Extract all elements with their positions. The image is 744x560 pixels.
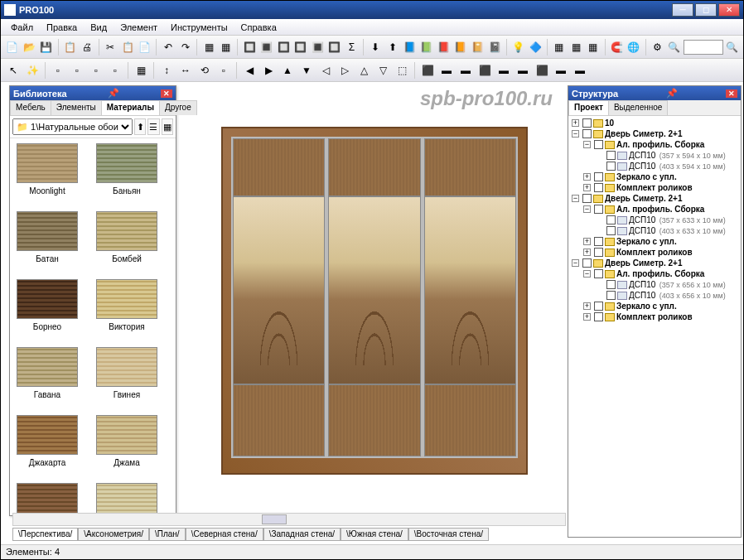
viewtab-План[interactable]: \План/ [149, 528, 186, 541]
toolbar-button[interactable]: 📘 [401, 38, 418, 56]
toolbar-button[interactable]: ↕ [157, 61, 176, 80]
checkbox[interactable] [582, 194, 592, 203]
close-panel-button[interactable]: ✕ [726, 89, 737, 98]
toolbar-button[interactable]: ⬛ [476, 61, 494, 80]
expand-icon[interactable]: − [572, 195, 579, 202]
view-list-button[interactable]: ☰ [147, 118, 159, 135]
material-item[interactable]: Борнео [13, 278, 81, 342]
toolbar-button[interactable]: ▫ [49, 61, 67, 80]
tree-node[interactable]: −Дверь Симетр. 2+1 [570, 128, 739, 139]
expand-icon[interactable]: + [583, 184, 591, 191]
pin-icon[interactable]: 📌 [108, 88, 119, 99]
toolbar-input[interactable] [684, 40, 723, 55]
close-panel-button[interactable]: ✕ [161, 89, 172, 98]
toolbar-button[interactable]: ▫ [215, 61, 233, 80]
checkbox[interactable] [594, 140, 603, 149]
horizontal-scrollbar[interactable] [12, 513, 566, 526]
up-folder-button[interactable]: ⬆ [134, 118, 146, 135]
expand-icon[interactable]: + [583, 173, 591, 181]
toolbar-button[interactable]: ↔ [176, 61, 195, 80]
toolbar-button[interactable]: 🔲 [326, 38, 343, 56]
toolbar-button[interactable]: 📔 [470, 38, 486, 56]
tab-Мебель[interactable]: Мебель [10, 100, 51, 115]
toolbar-button[interactable]: ▶ [259, 61, 278, 80]
menu-Справка[interactable]: Справка [234, 21, 283, 34]
toolbar-button[interactable]: ✂ [103, 38, 119, 56]
checkbox[interactable] [606, 162, 616, 171]
toolbar-button[interactable]: ↶ [160, 38, 176, 56]
toolbar-button[interactable]: 📋 [62, 38, 79, 56]
expand-icon[interactable]: − [572, 130, 579, 138]
tree-node[interactable]: −Дверь Симетр. 2+1 [570, 193, 739, 204]
toolbar-button[interactable]: ⟲ [196, 61, 214, 80]
tree-node[interactable]: +Комплект роликов [570, 182, 739, 193]
toolbar-button[interactable]: ⬆ [384, 38, 401, 56]
viewtab-Перспектива[interactable]: \Перспектива/ [12, 528, 78, 541]
toolbar-button[interactable]: 📕 [436, 38, 452, 56]
structure-tree[interactable]: +10−Дверь Симетр. 2+1−Ал. профиль. Сборк… [568, 116, 741, 533]
toolbar-button[interactable]: 🌐 [626, 38, 642, 56]
expand-icon[interactable]: + [572, 119, 579, 127]
tree-node[interactable]: −Дверь Симетр. 2+1 [570, 258, 739, 268]
toolbar-button[interactable]: ▦ [132, 61, 150, 80]
toolbar-button[interactable]: ▫ [106, 61, 124, 80]
toolbar-button[interactable]: 📋 [119, 38, 136, 56]
expand-icon[interactable]: + [583, 313, 591, 321]
menu-Инструменты[interactable]: Инструменты [164, 21, 234, 34]
toolbar-button[interactable]: ⬛ [533, 61, 551, 80]
toolbar-button[interactable]: 🔍 [666, 38, 683, 56]
viewtab-Южная стена[interactable]: \Южная стена/ [341, 528, 408, 541]
toolbar-button[interactable]: Σ [344, 38, 360, 56]
view-grid-button[interactable]: ▦ [162, 118, 173, 135]
toolbar-button[interactable]: 🔲 [292, 38, 309, 56]
material-item[interactable]: Бомбей [93, 210, 161, 274]
tree-node[interactable]: ДСП10 (403 x 594 x 10 мм) [570, 161, 739, 171]
viewtab-Аксонометрия[interactable]: \Аксонометрия/ [78, 528, 149, 541]
toolbar-button[interactable]: 🧲 [608, 38, 625, 56]
toolbar-button[interactable]: ▦ [568, 38, 584, 56]
toolbar-button[interactable]: 🔷 [527, 38, 544, 56]
toolbar-button[interactable]: ⚙ [649, 38, 665, 56]
toolbar-button[interactable]: 💾 [38, 38, 55, 56]
toolbar-button[interactable]: ▬ [552, 61, 570, 80]
toolbar-button[interactable]: 📄 [137, 38, 153, 56]
checkbox[interactable] [582, 258, 592, 268]
tree-node[interactable]: ДСП10 (357 x 656 x 10 мм) [570, 279, 739, 290]
toolbar-button[interactable]: ◀ [240, 61, 258, 80]
toolbar-button[interactable]: ▫ [87, 61, 105, 80]
checkbox[interactable] [606, 226, 616, 235]
toolbar-button[interactable]: ⬇ [367, 38, 384, 56]
toolbar-button[interactable]: ▦ [585, 38, 601, 56]
tree-node[interactable]: +10 [570, 118, 739, 128]
tab-Проект[interactable]: Проект [568, 100, 609, 115]
checkbox[interactable] [594, 205, 603, 214]
toolbar-button[interactable]: ↷ [177, 38, 194, 56]
toolbar-button[interactable]: ✨ [23, 61, 41, 80]
toolbar-button[interactable]: ▫ [68, 61, 86, 80]
toolbar-button[interactable]: ▦ [200, 38, 217, 56]
tree-node[interactable]: ДСП10 (403 x 633 x 10 мм) [570, 225, 739, 236]
toolbar-button[interactable]: ⬛ [418, 61, 437, 80]
material-item[interactable]: Виктория [93, 278, 161, 342]
toolbar-button[interactable]: ▬ [571, 61, 589, 80]
toolbar-button[interactable]: 💡 [510, 38, 527, 56]
viewtab-Западная стена[interactable]: \Западная стена/ [263, 528, 341, 541]
expand-icon[interactable]: − [572, 259, 579, 267]
toolbar-button[interactable]: ▬ [495, 61, 513, 80]
material-item[interactable]: Батан [13, 210, 81, 274]
toolbar-button[interactable]: 🔳 [258, 38, 275, 56]
toolbar-button[interactable]: ▷ [336, 61, 354, 80]
checkbox[interactable] [594, 183, 603, 192]
tree-node[interactable]: +Комплект роликов [570, 247, 739, 258]
library-header[interactable]: Библиотека 📌 ✕ [10, 86, 176, 100]
expand-icon[interactable]: + [583, 249, 591, 256]
tree-node[interactable]: +Зеркало с упл. [570, 236, 739, 247]
checkbox[interactable] [606, 280, 616, 289]
checkbox[interactable] [594, 172, 603, 181]
checkbox[interactable] [606, 291, 616, 300]
toolbar-button[interactable]: 📂 [22, 38, 38, 56]
toolbar-button[interactable]: ▦ [551, 38, 568, 56]
checkbox[interactable] [594, 269, 603, 278]
path-select[interactable]: 📁 1\Натуральные обои [12, 118, 133, 135]
material-item[interactable]: Moonlight [13, 142, 81, 206]
